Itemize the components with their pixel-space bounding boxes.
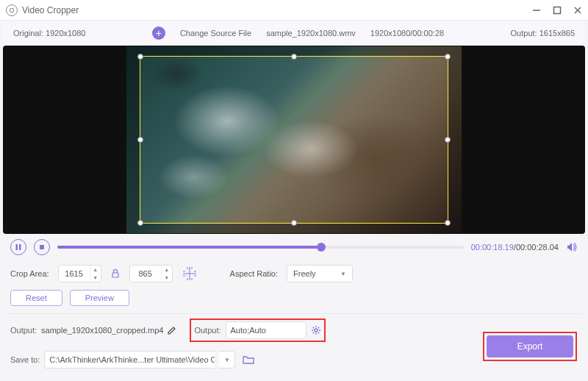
crop-handle-se[interactable] — [445, 220, 451, 226]
height-down[interactable]: ▼ — [162, 274, 172, 282]
crop-rectangle[interactable] — [140, 56, 448, 224]
aspect-ratio-label: Aspect Ratio: — [230, 269, 278, 278]
width-up[interactable]: ▲ — [90, 266, 101, 274]
preview-button[interactable]: Preview — [70, 290, 129, 306]
app-title: Video Cropper — [22, 5, 532, 15]
crop-area-label: Crop Area: — [10, 269, 49, 278]
height-up[interactable]: ▲ — [162, 266, 172, 274]
time-display: 00:00:18.19/00:00:28.04 — [471, 243, 559, 252]
original-size: Original: 1920x1080 — [13, 29, 85, 38]
app-logo-icon — [6, 4, 18, 16]
output-file-label: Output: — [10, 326, 37, 335]
svg-rect-5 — [19, 244, 21, 250]
timeline-slider[interactable] — [57, 246, 464, 249]
crop-width-input[interactable]: ▲▼ — [58, 265, 101, 282]
lock-aspect-icon[interactable] — [110, 268, 121, 279]
playback-controls: 00:00:18.19/00:00:28.04 — [0, 234, 588, 260]
output-settings-highlight: Output: Auto;Auto — [190, 318, 325, 342]
export-button[interactable]: Export — [487, 335, 573, 357]
center-crop-icon[interactable] — [182, 266, 198, 282]
info-bar: Original: 1920x1080 + Change Source File… — [3, 22, 585, 44]
crop-handle-nw[interactable] — [137, 54, 143, 60]
reset-button[interactable]: Reset — [10, 290, 62, 306]
volume-button[interactable] — [566, 241, 578, 253]
svg-point-18 — [315, 329, 318, 332]
close-button[interactable] — [573, 6, 582, 15]
add-source-button[interactable]: + — [152, 26, 165, 40]
pause-button[interactable] — [10, 239, 26, 255]
crop-handle-e[interactable] — [445, 137, 451, 143]
crop-height-input[interactable]: ▲▼ — [129, 265, 173, 282]
timeline-fill — [57, 246, 321, 249]
save-path-dropdown[interactable]: ▼ — [219, 351, 235, 368]
source-filename: sample_1920x1080.wmv — [266, 29, 356, 38]
crop-handle-w[interactable] — [137, 137, 143, 143]
crop-handle-sw[interactable] — [137, 220, 143, 226]
crop-width-field[interactable] — [59, 269, 90, 278]
crop-params-row: Crop Area: ▲▼ ▲▼ Aspect Ratio: Freely ▼ — [0, 260, 588, 287]
crop-handle-ne[interactable] — [445, 54, 451, 60]
svg-rect-4 — [16, 244, 18, 250]
crop-handle-s[interactable] — [291, 220, 297, 226]
timeline-thumb[interactable] — [317, 243, 326, 252]
change-source-link[interactable]: Change Source File — [180, 29, 251, 38]
action-buttons-row: Reset Preview — [0, 287, 588, 313]
video-preview — [3, 46, 585, 234]
svg-rect-7 — [112, 273, 118, 277]
svg-rect-6 — [40, 245, 44, 249]
output-settings-label: Output: — [194, 326, 220, 335]
source-resolution-duration: 1920x1080/00:00:28 — [370, 29, 444, 38]
video-frame[interactable] — [126, 46, 462, 233]
edit-filename-icon[interactable] — [168, 326, 176, 335]
crop-handle-n[interactable] — [291, 54, 297, 60]
output-settings-gear-icon[interactable] — [311, 325, 321, 335]
minimize-button[interactable] — [532, 6, 541, 15]
width-down[interactable]: ▼ — [90, 274, 101, 282]
save-path-box: C:\ArkThinker\ArkThinke...ter Ultimate\V… — [44, 351, 215, 368]
title-bar: Video Cropper — [0, 0, 588, 21]
output-settings-value: Auto;Auto — [226, 321, 306, 339]
stop-button[interactable] — [34, 239, 50, 255]
save-to-label: Save to: — [10, 355, 40, 364]
crop-height-field[interactable] — [130, 269, 161, 278]
output-size: Output: 1615x865 — [511, 29, 575, 38]
svg-rect-1 — [554, 7, 561, 13]
maximize-button[interactable] — [553, 6, 562, 15]
output-file-value: sample_1920x1080_cropped.mp4 — [41, 326, 163, 335]
open-folder-icon[interactable] — [243, 355, 254, 365]
chevron-down-icon: ▼ — [340, 271, 346, 277]
aspect-ratio-select[interactable]: Freely ▼ — [287, 265, 353, 282]
